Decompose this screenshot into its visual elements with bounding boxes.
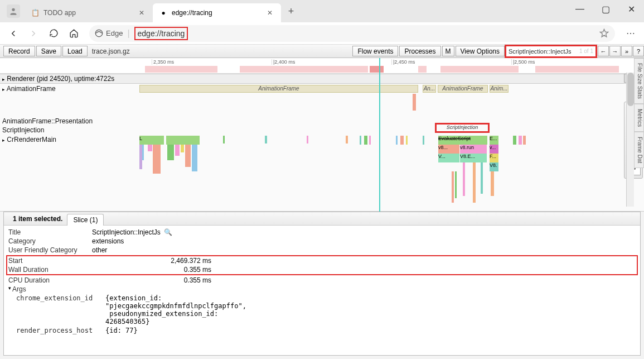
track-script-injection[interactable]: ScriptInjection [437,125,487,131]
track-block[interactable]: V8.E... [460,154,487,162]
track-block[interactable] [175,145,180,156]
ruler-tick: |2,400 ms [272,59,295,65]
tab-favicon-todo: 📋 [31,9,39,17]
track-block[interactable] [423,136,424,145]
view-options-button[interactable]: View Options [456,46,505,56]
detail-row-extension-id: chrome_extension_id {extension_id: "pjec… [8,294,636,326]
minimize-button[interactable]: ― [567,0,593,18]
window-controls: ― ▢ ✕ [567,0,644,18]
timeline-cursor [379,58,380,237]
row-script-injection: ScriptInjection [2,126,44,134]
track-block[interactable]: v... [490,145,498,154]
track-block[interactable] [413,94,416,111]
highlight-start-wall: Start 2,469.372 ms Wall Duration 0.355 m… [6,255,638,275]
tab-close-icon[interactable]: ✕ [137,8,146,17]
back-button[interactable] [4,25,22,42]
track-block[interactable] [369,136,371,145]
track-animation-frame[interactable]: Anim... [490,85,509,93]
track-block[interactable] [346,136,348,143]
side-tab-framedata[interactable]: Frame Dat [634,132,644,168]
track-block[interactable] [513,136,516,145]
search-prev-button[interactable]: ← [598,46,609,56]
side-tab-metrics[interactable]: Metrics [634,104,644,132]
help-button[interactable]: ? [633,46,644,56]
track-block[interactable] [153,145,161,174]
track-block[interactable] [364,136,367,145]
track-block[interactable] [481,162,483,194]
track-block[interactable]: L [139,136,164,145]
detail-row-category: Category extensions [8,237,636,246]
track-block[interactable]: F... [490,154,498,162]
track-block[interactable] [307,136,308,143]
track-block[interactable]: v8... [438,145,459,154]
m-button[interactable]: M [442,46,454,56]
detail-row-cpu: CPU Duration 0.355 ms [8,276,636,285]
timeline-ruler[interactable]: 2,350 ms |2,400 ms |2,450 ms |2,500 ms [0,58,644,74]
search-next-button[interactable]: → [609,46,621,56]
tab-todo-app[interactable]: 📋 TODO app ✕ [25,3,153,22]
ruler-tick: |2,500 ms [511,59,535,65]
close-button[interactable]: ✕ [618,0,644,18]
track-block[interactable] [463,162,465,196]
details-tab-slice[interactable]: Slice (1) [67,214,104,226]
track-block[interactable] [491,171,494,196]
row-animation-frame[interactable]: ▸ AnimationFrame [2,85,56,93]
search-input[interactable]: ScriptInjection::InjectJs 1 of 1 [505,45,597,58]
forward-button[interactable] [25,25,42,42]
minimap[interactable] [0,65,644,73]
tab-tracing[interactable]: ● edge://tracing ✕ [153,3,281,22]
side-tab-filesize[interactable]: File Size Stats [634,58,644,104]
track-block[interactable]: V... [438,154,459,162]
detail-row-args[interactable]: ▾Args [8,285,636,294]
track-block[interactable] [185,145,191,167]
track-block[interactable] [223,136,225,143]
processes-button[interactable]: Processes [399,46,440,56]
track-animation-frame[interactable]: An... [423,85,436,93]
track-block[interactable] [192,145,197,171]
track-evaluate-script[interactable]: EvaluateScript [438,136,487,145]
track-animation-frame[interactable]: AnimationFrame [438,85,488,93]
track-block[interactable] [473,162,476,203]
save-button[interactable]: Save [36,46,61,56]
track-animation-frame[interactable]: AnimationFrame [139,85,418,93]
new-tab-button[interactable]: + [283,3,299,19]
track-block[interactable] [406,136,408,145]
row-renderer-main[interactable]: ▸ CrRendererMain [2,136,56,143]
search-icon[interactable]: 🔍 [164,228,172,236]
track-block[interactable] [396,136,398,145]
track-block[interactable] [519,136,522,145]
menu-button[interactable]: ⋯ [622,25,640,42]
track-block[interactable] [265,136,267,143]
track-block[interactable]: E... [490,136,498,145]
timeline-tracks[interactable]: AnimationFrame An... AnimationFrame Anim… [139,85,627,211]
ruler-tick: 2,350 ms [152,59,174,65]
refresh-button[interactable] [45,25,62,42]
tab-close-icon[interactable]: ✕ [265,8,274,17]
detail-row-title: Title ScriptInjection::InjectJs 🔍 [8,228,636,237]
track-block[interactable] [181,145,184,152]
section-header[interactable]: ▸ Renderer (pid 24520), uptime:4722s [0,74,644,84]
track-block[interactable] [360,136,361,145]
track-block[interactable] [148,145,152,151]
search-more-button[interactable]: » [621,46,632,56]
track-block[interactable] [167,145,174,160]
track-block[interactable] [452,171,454,203]
maximize-button[interactable]: ▢ [593,0,618,18]
address-bar[interactable]: Edge | edge://tracing [89,25,615,42]
flow-events-button[interactable]: Flow events [352,46,398,56]
track-block[interactable] [139,145,142,169]
track-block[interactable] [523,136,526,145]
record-button[interactable]: Record [3,46,35,56]
load-button[interactable]: Load [62,46,88,56]
track-block[interactable]: V8. [490,162,498,171]
profile-icon[interactable] [7,4,20,18]
home-button[interactable] [65,25,83,42]
scrollbar-thumb[interactable] [627,73,634,106]
track-block[interactable]: v8.run [460,145,487,154]
track-block[interactable] [400,136,404,145]
search-value: ScriptInjection::InjectJs [509,48,572,55]
track-block[interactable] [455,171,457,198]
track-block[interactable] [166,136,200,145]
favorite-icon[interactable] [599,28,609,39]
vertical-scrollbar[interactable] [626,73,634,207]
